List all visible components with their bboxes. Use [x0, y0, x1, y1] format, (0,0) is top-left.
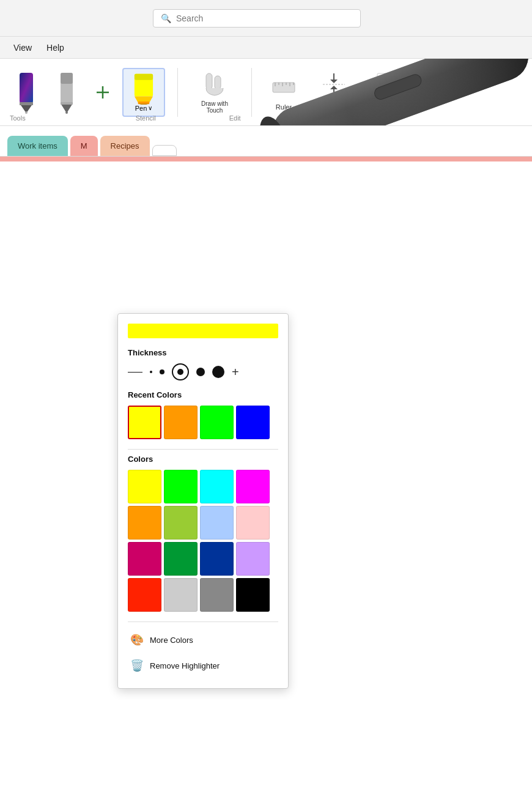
divider-1	[128, 449, 278, 450]
more-colors-button[interactable]: 🎨 More Colors	[128, 627, 278, 653]
page-top-border	[0, 157, 532, 161]
colors-grid	[128, 470, 278, 612]
insert-space-label: Insert Space	[317, 100, 350, 114]
search-input[interactable]	[176, 13, 353, 23]
thickness-add-button[interactable]: +	[232, 366, 239, 378]
svg-marker-28	[330, 86, 338, 89]
tabs-bar: Work items M Recipes	[0, 126, 532, 157]
tools-section-label: Tools	[10, 114, 26, 122]
ribbon-pen-tool-1[interactable]	[10, 68, 43, 117]
color-black[interactable]	[236, 578, 270, 612]
insert-space-button[interactable]: Insert Space	[311, 67, 357, 117]
color-yellow[interactable]	[128, 470, 161, 503]
ribbon-divider-1	[177, 68, 178, 117]
draw-touch-label: Draw with Touch	[196, 100, 233, 114]
ribbon: Pen ∨ Draw with Touch Ruler	[0, 59, 532, 126]
svg-rect-30	[377, 73, 399, 95]
color-yellow-green[interactable]	[164, 506, 198, 540]
thickness-row: +	[128, 363, 278, 380]
color-preview-bar	[128, 324, 278, 338]
svg-rect-12	[135, 73, 153, 80]
recent-color-blue[interactable]	[236, 406, 270, 439]
search-box[interactable]: 🔍	[153, 9, 361, 28]
color-orange[interactable]	[128, 506, 161, 540]
thickness-dot-xs[interactable]	[150, 371, 152, 373]
color-cyan[interactable]	[200, 470, 234, 503]
pen-icon-gray	[55, 70, 78, 114]
draw-touch-icon	[201, 71, 228, 98]
thickness-line[interactable]	[128, 372, 142, 373]
divider-2	[128, 621, 278, 622]
more-colors-label: More Colors	[150, 636, 193, 645]
menu-item-help[interactable]: Help	[39, 40, 72, 55]
ribbon-divider-2	[251, 68, 252, 117]
stencil-section-label: Stencil	[136, 114, 156, 122]
highlighter-icon	[129, 73, 158, 105]
tab-blank[interactable]	[152, 145, 177, 156]
color-red[interactable]	[128, 578, 161, 612]
thickness-title: Thickness	[128, 348, 278, 357]
svg-rect-18	[273, 83, 295, 92]
more-colors-icon: 🎨	[130, 633, 144, 647]
svg-rect-0	[20, 73, 33, 103]
color-dark-green[interactable]	[164, 542, 198, 576]
thickness-selected[interactable]	[172, 363, 189, 380]
format-background-label: Format Background	[370, 100, 407, 114]
color-dark-blue[interactable]	[200, 542, 234, 576]
svg-rect-17	[215, 76, 221, 89]
color-dark-pink[interactable]	[128, 542, 161, 576]
color-lime[interactable]	[164, 470, 198, 503]
thickness-dot-md[interactable]	[196, 368, 205, 376]
tab-m[interactable]: M	[70, 136, 98, 156]
edit-section-label: Edit	[229, 114, 241, 122]
color-magenta[interactable]	[236, 470, 270, 503]
color-light-gray[interactable]	[164, 578, 198, 612]
svg-point-38	[254, 113, 294, 126]
top-bar: 🔍	[0, 0, 532, 37]
recent-color-green[interactable]	[200, 406, 234, 439]
ruler-icon	[270, 74, 297, 101]
remove-highlighter-label: Remove Highlighter	[150, 661, 220, 670]
pen-label: Pen	[135, 105, 147, 112]
thickness-selected-inner	[177, 369, 183, 375]
remove-highlighter-button[interactable]: 🗑️ Remove Highlighter	[128, 653, 278, 678]
menu-item-view[interactable]: View	[6, 40, 39, 55]
recent-colors-grid	[128, 406, 278, 439]
tab-recipes[interactable]: Recipes	[100, 136, 150, 156]
colors-title: Colors	[128, 454, 278, 464]
add-pen-icon	[94, 84, 111, 101]
svg-rect-2	[20, 102, 33, 105]
tab-work-items[interactable]: Work items	[7, 136, 68, 156]
color-lavender[interactable]	[236, 542, 270, 576]
svg-point-8	[65, 111, 68, 114]
svg-rect-16	[206, 73, 212, 89]
draw-with-touch-button[interactable]: Draw with Touch	[190, 67, 239, 117]
ruler-label: Ruler	[276, 103, 292, 111]
svg-rect-5	[61, 73, 73, 84]
remove-highlighter-icon: 🗑️	[130, 659, 144, 672]
thickness-dot-sm[interactable]	[160, 369, 164, 374]
thickness-dot-lg[interactable]	[212, 366, 224, 378]
content-area: Thickness + Recent Colors	[0, 157, 532, 805]
highlighter-button[interactable]: Pen ∨	[122, 68, 165, 117]
recent-colors-title: Recent Colors	[128, 390, 278, 399]
highlighter-dropdown: Thickness + Recent Colors	[117, 313, 289, 689]
recent-color-yellow[interactable]	[128, 406, 161, 439]
insert-space-icon	[320, 71, 347, 98]
color-gray[interactable]	[200, 578, 234, 612]
ribbon-pen-tool-2[interactable]	[50, 68, 83, 117]
svg-point-3	[25, 111, 28, 114]
svg-marker-26	[330, 80, 338, 83]
color-light-blue[interactable]	[200, 506, 234, 540]
format-background-button[interactable]: Format Background	[364, 67, 413, 117]
format-background-icon	[375, 71, 402, 98]
svg-rect-7	[61, 102, 73, 105]
color-light-pink[interactable]	[236, 506, 270, 540]
add-pen-button[interactable]	[91, 71, 115, 114]
pen-icon-blue	[15, 70, 38, 114]
search-icon: 🔍	[161, 13, 171, 23]
ruler-button[interactable]: Ruler	[264, 70, 303, 114]
menu-bar: View Help	[0, 37, 532, 59]
recent-color-orange[interactable]	[164, 406, 198, 439]
pen-dropdown-arrow[interactable]: ∨	[148, 105, 152, 111]
